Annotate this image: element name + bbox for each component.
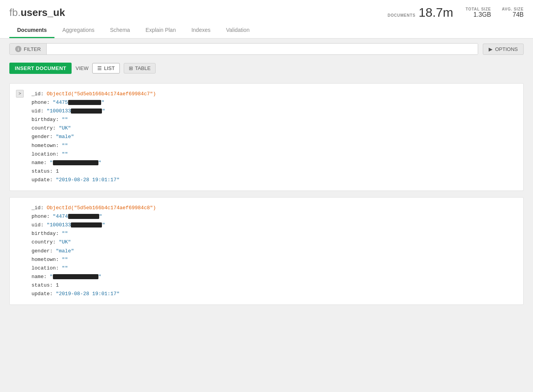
table-label: TABLE bbox=[135, 65, 151, 71]
document-card: > _id: ObjectId("5d5eb166b4c174aef69984c… bbox=[9, 83, 524, 191]
filter-label: FILTER bbox=[24, 46, 41, 52]
table-view-button[interactable]: ⊞ TABLE bbox=[124, 63, 156, 74]
options-arrow-icon: ▶ bbox=[489, 46, 493, 52]
documents-area: > _id: ObjectId("5d5eb166b4c174aef69984c… bbox=[0, 77, 533, 388]
list-view-button[interactable]: ☰ LIST bbox=[92, 63, 119, 74]
avg-size-block: AVG. SIZE 74B bbox=[502, 7, 524, 18]
tab-schema[interactable]: Schema bbox=[102, 23, 138, 38]
field-name-2: name: " " bbox=[32, 273, 515, 281]
options-label: OPTIONS bbox=[495, 46, 518, 52]
toolbar-area: i FILTER ▶ OPTIONS bbox=[0, 38, 533, 60]
documents-value: 18.7m bbox=[419, 5, 453, 20]
field-name: name: " " bbox=[32, 159, 515, 167]
filter-container: i FILTER bbox=[9, 43, 478, 55]
field-phone: phone: "4475 " bbox=[32, 98, 515, 107]
total-size-value: 1.3GB bbox=[466, 11, 491, 18]
stats-area: DOCUMENTS 18.7m TOTAL SIZE 1.3GB AVG. SI… bbox=[387, 5, 524, 20]
field-hometown-2: hometown: "" bbox=[32, 256, 515, 264]
collection-title: fb.users_uk bbox=[9, 7, 65, 19]
filter-left[interactable]: i FILTER bbox=[10, 44, 47, 54]
size-group: TOTAL SIZE 1.3GB AVG. SIZE 74B bbox=[466, 7, 524, 18]
field-id: _id: ObjectId("5d5eb166b4c174aef69984c7"… bbox=[32, 90, 515, 98]
filter-info-icon: i bbox=[15, 46, 21, 52]
field-gender: gender: "male" bbox=[32, 133, 515, 141]
field-uid: uid: "1000133 " bbox=[32, 107, 515, 116]
total-size-block: TOTAL SIZE 1.3GB bbox=[466, 7, 491, 18]
title-prefix: fb. bbox=[9, 7, 21, 18]
field-status: status: 1 bbox=[32, 167, 515, 176]
list-icon: ☰ bbox=[97, 65, 102, 71]
tab-indexes[interactable]: Indexes bbox=[184, 23, 218, 38]
field-id-2: _id: ObjectId("5d5eb166b4c174aef69984c8"… bbox=[32, 204, 515, 212]
total-size-label: TOTAL SIZE bbox=[466, 7, 491, 11]
field-birthday-2: birthday: "" bbox=[32, 229, 515, 238]
field-update-2: update: "2019-08-28 19:01:17" bbox=[32, 290, 515, 298]
field-birthday: birthday: "" bbox=[32, 116, 515, 124]
documents-stat: DOCUMENTS 18.7m bbox=[387, 5, 453, 20]
document-card: _id: ObjectId("5d5eb166b4c174aef69984c8"… bbox=[9, 197, 524, 305]
field-hometown: hometown: "" bbox=[32, 142, 515, 150]
tab-aggregations[interactable]: Aggregations bbox=[54, 23, 102, 38]
top-bar: fb.users_uk DOCUMENTS 18.7m TOTAL SIZE 1… bbox=[0, 0, 533, 38]
view-label: VIEW bbox=[75, 65, 88, 71]
avg-size-label: AVG. SIZE bbox=[502, 7, 524, 11]
options-button[interactable]: ▶ OPTIONS bbox=[483, 44, 524, 55]
field-country: country: "UK" bbox=[32, 124, 515, 133]
avg-size-value: 74B bbox=[502, 11, 524, 18]
expand-icon: > bbox=[19, 90, 21, 98]
tab-explain-plan[interactable]: Explain Plan bbox=[138, 23, 184, 38]
field-location-2: location: "" bbox=[32, 264, 515, 273]
filter-input[interactable] bbox=[47, 44, 478, 54]
field-country-2: country: "UK" bbox=[32, 238, 515, 247]
action-bar: INSERT DOCUMENT VIEW ☰ LIST ⊞ TABLE bbox=[0, 60, 533, 77]
list-label: LIST bbox=[104, 65, 114, 71]
table-icon: ⊞ bbox=[129, 65, 133, 71]
field-status-2: status: 1 bbox=[32, 281, 515, 290]
title-row: fb.users_uk DOCUMENTS 18.7m TOTAL SIZE 1… bbox=[9, 0, 524, 23]
field-gender-2: gender: "male" bbox=[32, 247, 515, 256]
field-uid-2: uid: "1000133 " bbox=[32, 221, 515, 229]
tab-documents[interactable]: Documents bbox=[9, 23, 54, 38]
documents-label: DOCUMENTS bbox=[387, 13, 416, 18]
field-update: update: "2019-08-28 19:01:17" bbox=[32, 176, 515, 184]
tabs-row: Documents Aggregations Schema Explain Pl… bbox=[9, 23, 524, 38]
insert-document-button[interactable]: INSERT DOCUMENT bbox=[9, 63, 72, 74]
tab-validation[interactable]: Validation bbox=[218, 23, 257, 38]
field-phone-2: phone: "4474 " bbox=[32, 212, 515, 221]
field-location: location: "" bbox=[32, 150, 515, 159]
title-name: users_uk bbox=[21, 7, 65, 18]
doc-expand-button[interactable]: > bbox=[16, 90, 24, 98]
